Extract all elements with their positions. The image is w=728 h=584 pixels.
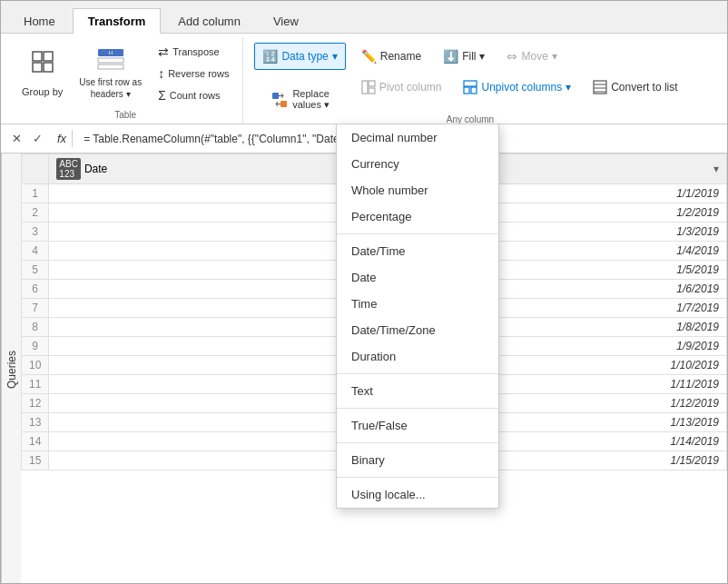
row-number: 14	[22, 432, 49, 451]
queries-sidebar[interactable]: Queries	[1, 153, 21, 584]
row-number: 3	[22, 223, 49, 242]
svg-rect-2	[33, 63, 42, 72]
unpivot-arrow: ▾	[566, 81, 571, 94]
row-number-header	[22, 154, 49, 184]
tab-transform[interactable]: Transform	[73, 8, 162, 34]
fx-label: fx	[52, 130, 73, 147]
data-type-dropdown: Decimal numberCurrencyWhole numberPercen…	[336, 124, 499, 509]
col-name: Date	[84, 163, 107, 175]
row-number: 7	[22, 299, 49, 318]
pivot-unpivot-row: Pivot column Unpivot columns ▾	[353, 74, 686, 101]
row-number: 5	[22, 261, 49, 280]
row-number: 2	[22, 203, 49, 223]
move-arrow: ▾	[552, 50, 557, 63]
ribbon-any-column-items: 🔢 Data type ▾ Replacevalues ▾	[254, 37, 685, 114]
unpivot-columns-button[interactable]: Unpivot columns ▾	[455, 74, 579, 101]
tab-add-column[interactable]: Add column	[162, 8, 256, 34]
ribbon-table-items: Group by H Use first row asheaders ▾ ⇄	[15, 37, 235, 110]
row-number: 15	[22, 451, 49, 470]
count-rows-icon: Σ	[158, 88, 166, 103]
tab-view[interactable]: View	[258, 8, 314, 34]
dropdown-item[interactable]: Using locale...	[337, 481, 498, 508]
rename-label: Rename	[380, 50, 421, 63]
fill-button[interactable]: ⬇️ Fill ▾	[435, 43, 493, 70]
dropdown-item[interactable]: Date	[337, 264, 498, 291]
svg-rect-8	[272, 93, 279, 99]
pivot-column-label: Pivot column	[379, 81, 442, 94]
rename-pivot-col: ✏️ Rename ⬇️ Fill ▾ ⇔ Move ▾	[353, 37, 686, 101]
row-number: 11	[22, 375, 49, 394]
row-number: 8	[22, 318, 49, 337]
reverse-rows-button[interactable]: ↕ Reverse rows	[152, 64, 235, 84]
group-by-label: Group by	[22, 85, 63, 98]
fill-icon: ⬇️	[443, 49, 458, 64]
svg-rect-0	[33, 52, 42, 61]
svg-rect-1	[44, 52, 53, 61]
dropdown-item[interactable]: Percentage	[337, 203, 498, 230]
convert-to-list-label: Convert to list	[611, 81, 677, 94]
data-type-icon: 🔢	[262, 49, 278, 64]
replace-values-icon	[271, 91, 289, 109]
row-number: 13	[22, 413, 49, 432]
rename-fill-row: ✏️ Rename ⬇️ Fill ▾ ⇔ Move ▾	[353, 43, 686, 70]
svg-rect-15	[471, 87, 477, 94]
pivot-column-button[interactable]: Pivot column	[353, 74, 450, 101]
svg-rect-10	[362, 81, 368, 94]
transpose-icon: ⇄	[158, 45, 169, 59]
count-rows-button[interactable]: Σ Count rows	[152, 85, 235, 105]
group-by-button[interactable]: Group by	[15, 41, 69, 106]
fill-label: Fill	[462, 50, 476, 63]
transpose-button[interactable]: ⇄ Transpose	[152, 42, 235, 62]
formula-bar-icons: ✕ ✓	[8, 130, 46, 147]
confirm-formula-icon[interactable]: ✓	[29, 130, 46, 147]
svg-rect-3	[44, 63, 53, 72]
group-by-icon	[30, 49, 55, 82]
data-type-label: Data type	[281, 50, 328, 63]
dropdown-item[interactable]: Text	[337, 378, 498, 404]
data-type-button[interactable]: 🔢 Data type ▾	[254, 43, 345, 70]
dropdown-item[interactable]: Whole number	[337, 177, 498, 203]
dropdown-separator	[337, 442, 498, 443]
dropdown-item[interactable]: Currency	[337, 151, 498, 177]
tab-home[interactable]: Home	[8, 8, 71, 34]
svg-rect-14	[464, 87, 469, 94]
rename-icon: ✏️	[361, 49, 377, 64]
ribbon-group-table: Group by H Use first row asheaders ▾ ⇄	[8, 37, 243, 124]
dropdown-separator	[337, 233, 498, 234]
count-rows-label: Count rows	[170, 90, 221, 101]
convert-to-list-button[interactable]: Convert to list	[585, 74, 685, 101]
dropdown-item[interactable]: Date/Time	[337, 238, 498, 264]
use-first-row-button[interactable]: H Use first row asheaders ▾	[73, 41, 148, 106]
dropdown-item[interactable]: Binary	[337, 447, 498, 473]
col-type-badge: ABC123	[56, 158, 81, 180]
col-dropdown-arrow[interactable]: ▾	[713, 163, 719, 175]
dropdown-separator	[337, 477, 498, 478]
table-operations: ⇄ Transpose ↕ Reverse rows Σ Count rows	[152, 42, 235, 105]
use-first-row-label: Use first row asheaders ▾	[79, 76, 142, 100]
ribbon-group-any-column: 🔢 Data type ▾ Replacevalues ▾	[247, 37, 693, 124]
transpose-label: Transpose	[172, 46, 220, 57]
row-number: 10	[22, 356, 49, 375]
move-button[interactable]: ⇔ Move ▾	[498, 43, 565, 70]
svg-rect-12	[369, 88, 375, 94]
rename-button[interactable]: ✏️ Rename	[353, 43, 429, 70]
dropdown-item[interactable]: Duration	[337, 343, 498, 370]
replace-values-label: Replacevalues ▾	[292, 88, 330, 111]
pivot-icon	[361, 80, 376, 94]
dropdown-item[interactable]: True/False	[337, 412, 498, 439]
unpivot-icon	[463, 80, 477, 94]
use-first-row-icon: H	[96, 47, 125, 76]
dropdown-item[interactable]: Time	[337, 291, 498, 317]
reverse-rows-icon: ↕	[158, 66, 164, 81]
dropdown-separator	[337, 373, 498, 374]
dropdown-item[interactable]: Decimal number	[337, 124, 498, 151]
row-number: 9	[22, 337, 49, 356]
tab-bar: Home Transform Add column View	[1, 1, 727, 34]
reverse-rows-label: Reverse rows	[168, 68, 229, 79]
row-number: 12	[22, 394, 49, 413]
unpivot-columns-label: Unpivot columns	[481, 81, 562, 94]
dropdown-item[interactable]: Date/Time/Zone	[337, 317, 498, 343]
replace-values-button[interactable]: Replacevalues ▾	[254, 84, 345, 114]
move-label: Move	[521, 50, 547, 63]
cancel-formula-icon[interactable]: ✕	[8, 130, 25, 147]
